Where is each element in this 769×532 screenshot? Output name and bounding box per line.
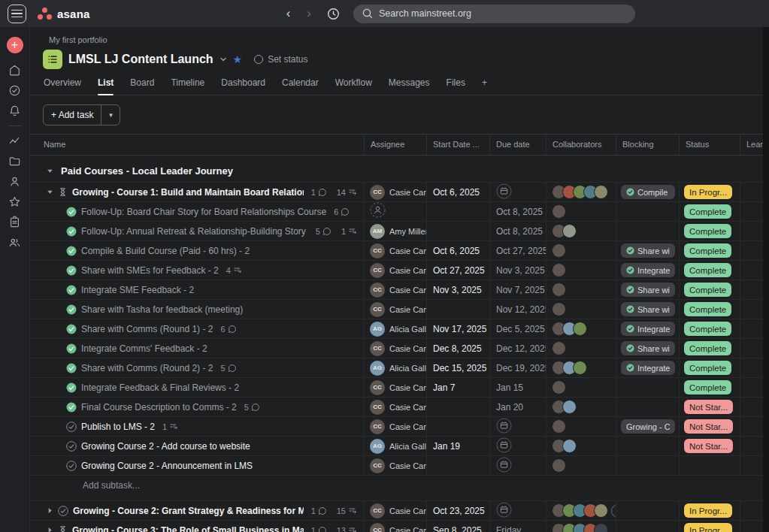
status-cell[interactable] [680, 456, 740, 475]
status-cell[interactable]: Complete [680, 222, 740, 240]
section-caret-icon[interactable] [47, 165, 53, 177]
due-date-calendar-icon[interactable] [496, 437, 512, 455]
task-name[interactable]: Growing Course 2 - Announcement in LMS [81, 461, 253, 471]
status-cell[interactable]: Complete [680, 202, 740, 221]
avatar[interactable] [562, 439, 577, 453]
start-date-cell[interactable] [427, 397, 490, 416]
column-header-due-date[interactable]: Due date [490, 135, 546, 155]
status-cell[interactable]: Complete [680, 241, 740, 260]
tab-timeline[interactable]: Timeline [171, 77, 204, 95]
task-row[interactable]: Follow-Up: Board Chair Story for Board R… [30, 202, 769, 222]
task-row[interactable]: Compile & Build Course (Paid - 60 hrs) -… [30, 241, 769, 261]
status-cell[interactable]: Complete [680, 358, 740, 377]
start-date-cell[interactable]: Nov 17, 2025 [427, 319, 490, 338]
task-name-cell[interactable]: Share with SMEs for Feedback - 24 [30, 261, 365, 280]
projects-clipboard-icon[interactable] [2, 212, 28, 232]
blocking-cell[interactable]: Integrate ... [616, 319, 680, 338]
task-name-cell[interactable]: Growing - Course 3: The Role of Small Bu… [30, 521, 365, 532]
assignee-cell[interactable]: CCCasie Came... [365, 456, 427, 475]
task-name-cell[interactable]: Integrate Comms' Feedback - 2 [30, 339, 365, 358]
search-input[interactable]: Search mainstreet.org [353, 5, 635, 23]
assignee-cell[interactable]: AMAmy Miller [365, 222, 427, 240]
avatar[interactable]: CC [370, 263, 385, 278]
avatar[interactable]: CC [370, 283, 385, 298]
status-badge[interactable]: Complete [684, 224, 731, 238]
assignee-cell[interactable]: CCCasie Came... [365, 183, 427, 201]
assignee-cell[interactable]: CCCasie Came... [365, 501, 427, 520]
column-header-assignee[interactable]: Assignee [365, 135, 427, 155]
breadcrumb[interactable]: My first portfolio [30, 27, 769, 44]
task-incomplete-check-icon[interactable] [66, 441, 77, 452]
start-date-cell[interactable]: Jan 7 [427, 378, 490, 397]
status-badge[interactable]: Complete [684, 243, 731, 258]
task-name-cell[interactable]: Growing Course 2 - Add course to website [30, 437, 365, 455]
avatar[interactable] [552, 419, 566, 434]
task-name-cell[interactable]: Final Course Description to Comms - 25 [30, 397, 365, 416]
avatar[interactable] [552, 302, 566, 316]
status-badge[interactable]: Complete [684, 322, 731, 336]
profile-person-icon[interactable] [2, 171, 28, 192]
task-row[interactable]: Follow-Up: Annual Retreat & Relationship… [30, 222, 769, 241]
task-row[interactable]: Publish to LMS - 21 CCCasie Came...Growi… [30, 417, 769, 437]
due-date-cell[interactable]: Dec 5, 2025 [490, 319, 546, 338]
blocking-cell[interactable]: Share wit... [616, 241, 680, 260]
home-icon[interactable] [2, 60, 28, 80]
collaborators-cell[interactable] [546, 183, 616, 201]
collaborators-cell[interactable] [546, 437, 616, 455]
collaborators-cell[interactable] [546, 417, 616, 436]
task-name-cell[interactable]: Integrate Feedback & Final Reviews - 2 [30, 378, 365, 397]
status-badge[interactable]: In Progr... [684, 523, 732, 532]
avatar[interactable] [562, 224, 577, 238]
due-date-cell[interactable] [490, 437, 546, 455]
task-name[interactable]: Follow-Up: Annual Retreat & Relationship… [81, 226, 308, 237]
starred-icon[interactable] [2, 192, 28, 212]
task-name-cell[interactable]: Growing Course 2 - Announcement in LMS [30, 456, 365, 475]
project-icon[interactable] [43, 50, 62, 69]
avatar[interactable] [552, 283, 566, 297]
avatar[interactable] [552, 380, 566, 394]
status-badge[interactable]: Complete [684, 283, 731, 297]
due-date-calendar-icon[interactable] [496, 457, 512, 475]
due-date-cell[interactable]: Nov 12, 2025 [490, 300, 546, 319]
due-date-cell[interactable]: Dec 19, 2025 [490, 358, 546, 377]
task-complete-check-icon[interactable] [66, 382, 77, 393]
avatar[interactable]: CC [370, 341, 385, 356]
task-complete-check-icon[interactable] [66, 343, 77, 354]
avatar[interactable]: CC [370, 185, 385, 200]
add-task-button[interactable]: + Add task ▾ [43, 104, 120, 125]
status-badge[interactable]: In Progr... [684, 185, 732, 199]
task-row[interactable]: Growing - Course 2: Grant Strategy & Rea… [30, 501, 769, 521]
task-row[interactable]: Growing Course 2 - Announcement in LMSCC… [30, 456, 769, 476]
status-cell[interactable]: Not Star... [680, 417, 740, 436]
task-name[interactable]: Share with SMEs for Feedback - 2 [81, 265, 219, 276]
assignee-cell[interactable]: AGAlicia Gallo [365, 358, 427, 377]
avatar[interactable]: AM [370, 224, 385, 239]
task-row[interactable]: Growing Course 2 - Add course to website… [30, 437, 769, 456]
task-row[interactable]: Integrate Comms' Feedback - 2CCCasie Cam… [30, 339, 769, 358]
my-tasks-icon[interactable] [2, 80, 28, 101]
avatar[interactable]: AG [370, 322, 385, 337]
avatar[interactable] [573, 322, 587, 336]
create-button[interactable]: + [7, 37, 23, 53]
collaborators-cell[interactable] [546, 358, 616, 377]
blocking-cell[interactable]: Share wit... +.. [616, 280, 680, 299]
avatar[interactable]: AG [370, 439, 385, 454]
task-name-cell[interactable]: Share with Comms (Round 2) - 25 [30, 358, 365, 377]
task-name[interactable]: Integrate SME Feedback - 2 [81, 285, 194, 295]
blocking-task-chip[interactable]: Share wit... [621, 341, 675, 355]
start-date-cell[interactable]: Dec 8, 2025 [427, 339, 490, 358]
due-date-cell[interactable] [490, 501, 546, 520]
task-name-cell[interactable]: Compile & Build Course (Paid - 60 hrs) -… [30, 241, 365, 260]
start-date-cell[interactable]: Oct 6, 2025 [427, 241, 490, 260]
blocking-task-chip[interactable]: Share wit... +.. [621, 283, 675, 297]
avatar[interactable]: CC [370, 523, 385, 532]
title-chevron-down-icon[interactable] [219, 56, 227, 63]
task-incomplete-check-icon[interactable] [66, 461, 77, 471]
task-name-cell[interactable]: Integrate SME Feedback - 2 [30, 280, 365, 299]
task-complete-check-icon[interactable] [66, 402, 77, 413]
due-date-cell[interactable]: Jan 15 [490, 378, 546, 397]
collaborators-cell[interactable] [546, 456, 616, 475]
task-name[interactable]: Integrate Feedback & Final Reviews - 2 [81, 382, 239, 393]
task-name-cell[interactable]: Publish to LMS - 21 [30, 417, 365, 436]
status-badge[interactable]: Complete [684, 341, 731, 355]
